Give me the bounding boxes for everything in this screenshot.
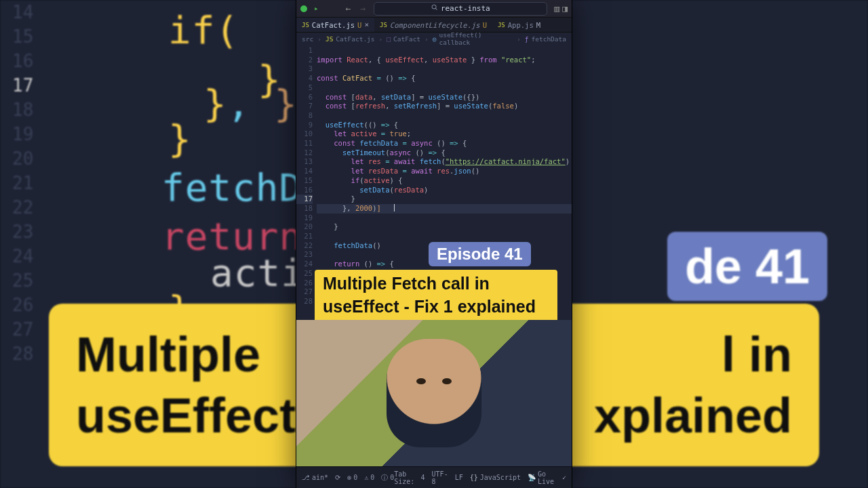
text-cursor (394, 204, 395, 211)
episode-badge: Episode 41 (429, 242, 531, 266)
eol[interactable]: LF (455, 474, 463, 481)
breadcrumb[interactable]: src JS CatFact.js ⬚ CatFact ◎ useEffect(… (296, 33, 572, 45)
layout-panel-icon[interactable]: ▥ (554, 3, 559, 14)
tab-size[interactable]: Tab Size: 4 (394, 470, 425, 485)
broadcast-icon: 📡 (528, 474, 536, 481)
nav-back-icon[interactable]: ← (344, 3, 353, 14)
warning-icon: ⚠ (364, 474, 368, 481)
symbol-icon: ⬚ (387, 35, 391, 43)
bg-episode-badge: de 41 (667, 232, 827, 301)
function-icon: ƒ (525, 35, 529, 43)
tab-label: ComponentLifecycle.js (390, 21, 480, 29)
info-icon: ⓘ (381, 473, 388, 483)
tab-catfact[interactable]: JS CatFact.js U × (296, 18, 374, 32)
language-mode[interactable]: {} JavaScript (470, 474, 521, 481)
branch-icon: ⎇ (302, 474, 310, 481)
title-banner: Multiple Fetch call in useEffect - Fix 1… (315, 270, 557, 323)
js-file-icon: JS (380, 22, 387, 28)
tab-app[interactable]: JS App.js M (492, 18, 546, 32)
title-bar: ▸ ← → react-insta ▥ ◨ (296, 0, 572, 18)
presenter-face (387, 339, 481, 447)
problems-info[interactable]: ⓘ0 (381, 473, 394, 483)
crumb-symbol: CatFact (393, 35, 420, 43)
tab-dirty-flag: U (483, 21, 487, 29)
problems-errors[interactable]: ⊗0 (347, 474, 357, 481)
js-file-icon: JS (302, 22, 309, 28)
run-indicator-icon[interactable] (300, 5, 307, 12)
status-bar: ⎇ain* ⟳ ⊗0 ⚠0 ⓘ0 Tab Size: 4 UTF-8 LF {}… (296, 466, 572, 488)
tab-label: App.js (508, 21, 534, 29)
command-center-search[interactable]: react-insta (374, 2, 547, 16)
js-file-icon: JS (498, 22, 505, 28)
layout-sidebar-icon[interactable]: ◨ (562, 3, 568, 14)
git-branch[interactable]: ⎇ain* (302, 474, 328, 481)
crumb-folder: src (302, 35, 313, 43)
crumb-file: CatFact.js (336, 35, 374, 43)
js-file-icon: JS (326, 35, 333, 43)
search-icon (431, 4, 438, 13)
tab-dirty-flag: U (357, 21, 361, 29)
tab-modified-flag: M (536, 21, 540, 29)
command-center-text: react-insta (441, 4, 490, 13)
tab-bar: JS CatFact.js U × JS ComponentLifecycle.… (296, 18, 572, 33)
webcam-feed (296, 320, 572, 466)
go-live[interactable]: 📡Go Live (528, 470, 555, 485)
tab-label: CatFact.js (312, 21, 355, 29)
close-icon[interactable]: × (364, 20, 369, 29)
feedback-icon[interactable]: ✓ (562, 474, 566, 481)
problems-warnings[interactable]: ⚠0 (364, 474, 374, 481)
sync-icon[interactable]: ⟳ (335, 474, 340, 481)
bg-gutter: 141516 17 181920 212223 242526 2728 (0, 0, 54, 488)
encoding[interactable]: UTF-8 (432, 470, 448, 485)
tab-componentlifecycle[interactable]: JS ComponentLifecycle.js U (374, 18, 492, 32)
nav-forward-icon[interactable]: → (359, 3, 367, 14)
error-icon: ⊗ (347, 474, 351, 481)
callback-icon: ◎ (433, 35, 437, 43)
crumb-callback: useEffect() callback (439, 31, 513, 46)
crumb-fn: fetchData (532, 35, 566, 43)
